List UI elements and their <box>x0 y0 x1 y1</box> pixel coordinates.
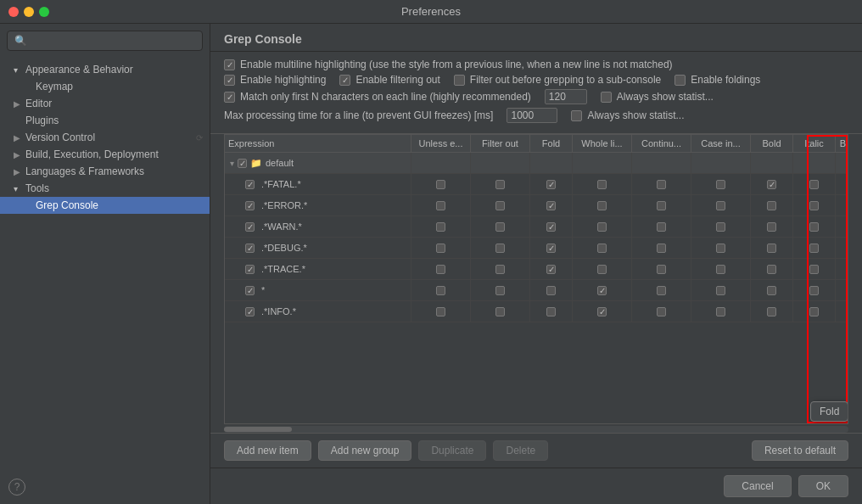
cell-italic[interactable] <box>793 280 836 300</box>
table-row[interactable]: .*FATAL.* <box>225 174 848 195</box>
sidebar-item-grep-console[interactable]: Grep Console <box>0 197 210 214</box>
cell-italic[interactable] <box>793 174 836 194</box>
table-row[interactable]: ▾ 📁 default <box>225 153 848 174</box>
filter-before-grepping-checkbox[interactable] <box>454 75 465 86</box>
cell-whole-li[interactable] <box>573 259 632 279</box>
enable-highlighting-checkbox[interactable] <box>224 75 235 86</box>
sidebar-item-keymap[interactable]: Keymap <box>0 78 210 95</box>
cell-filter-out[interactable] <box>471 216 530 237</box>
cell-backgro[interactable] <box>836 301 848 322</box>
table-row[interactable]: .*DEBUG.* <box>225 238 848 259</box>
table-row[interactable]: * <box>225 280 848 301</box>
cell-unless-e[interactable] <box>411 195 471 216</box>
sidebar-item-appearance-behavior[interactable]: ▾ Appearance & Behavior <box>0 61 210 78</box>
scrollbar-thumb[interactable] <box>224 427 292 432</box>
cell-filter-out[interactable] <box>471 174 530 194</box>
sidebar-item-version-control[interactable]: ▶ Version Control ⟳ <box>0 129 210 146</box>
row-checkbox[interactable] <box>245 180 255 189</box>
cell-bold[interactable] <box>751 259 793 279</box>
cancel-button[interactable]: Cancel <box>724 475 791 497</box>
cell-continu[interactable] <box>632 216 691 237</box>
enable-foldings-checkbox[interactable] <box>674 75 686 86</box>
cell-unless-e[interactable] <box>411 238 471 258</box>
row-checkbox[interactable] <box>245 222 255 232</box>
cell-case-in[interactable] <box>691 280 751 300</box>
cell-unless-e[interactable] <box>411 174 471 194</box>
cell-continu[interactable] <box>632 238 691 258</box>
cell-case-in[interactable] <box>691 259 751 279</box>
search-box[interactable]: 🔍 <box>7 31 203 51</box>
cell-continu[interactable] <box>632 259 691 279</box>
enable-filtering-checkbox[interactable] <box>339 75 350 86</box>
delete-button[interactable]: Delete <box>493 440 548 461</box>
cell-italic[interactable] <box>793 301 836 322</box>
horizontal-scrollbar[interactable] <box>224 426 848 433</box>
cell-backgro[interactable] <box>836 195 848 216</box>
cell-filter-out[interactable] <box>471 259 530 279</box>
close-button[interactable] <box>8 7 19 17</box>
match-first-n-checkbox[interactable] <box>224 92 235 103</box>
cell-unless-e[interactable] <box>411 259 471 279</box>
cell-case-in[interactable] <box>691 195 751 216</box>
row-checkbox[interactable] <box>245 201 255 210</box>
cell-unless-e[interactable] <box>411 301 471 322</box>
sidebar-item-editor[interactable]: ▶ Editor <box>0 95 210 112</box>
cell-bold[interactable] <box>751 195 793 216</box>
cell-italic[interactable] <box>793 216 836 237</box>
sidebar-item-tools[interactable]: ▾ Tools <box>0 180 210 197</box>
cell-bold[interactable] <box>751 301 793 322</box>
cell-case-in[interactable] <box>691 216 751 237</box>
row-checkbox[interactable] <box>245 286 255 295</box>
table-row[interactable]: .*ERROR.* <box>225 195 848 216</box>
cell-fold[interactable]: Fold <box>530 259 573 279</box>
table-row[interactable]: .*WARN.* <box>225 216 848 238</box>
cell-case-in[interactable] <box>691 301 751 322</box>
cell-italic[interactable] <box>793 195 836 216</box>
cell-unless-e[interactable] <box>411 216 471 237</box>
table-row[interactable]: .*TRACE.* Fold <box>225 259 848 280</box>
ok-button[interactable]: OK <box>798 475 848 497</box>
help-button[interactable]: ? <box>8 479 25 496</box>
sidebar-item-build-execution[interactable]: ▶ Build, Execution, Deployment <box>0 146 210 163</box>
cell-bold[interactable] <box>751 174 793 194</box>
cell-backgro[interactable] <box>836 259 848 279</box>
cell-fold[interactable] <box>530 280 573 300</box>
cell-italic[interactable] <box>793 259 836 279</box>
cell-filter-out[interactable] <box>471 301 530 322</box>
cell-whole-li[interactable] <box>573 195 632 216</box>
cell-whole-li[interactable] <box>573 301 632 322</box>
cell-fold[interactable] <box>530 174 573 194</box>
cell-backgro[interactable] <box>836 216 848 237</box>
cell-case-in[interactable] <box>691 238 751 258</box>
sidebar-item-plugins[interactable]: Plugins <box>0 112 210 129</box>
cell-filter-out[interactable] <box>471 195 530 216</box>
cell-bold[interactable] <box>751 280 793 300</box>
cell-fold[interactable] <box>530 216 573 237</box>
add-new-item-button[interactable]: Add new item <box>224 440 311 461</box>
cell-backgro[interactable] <box>836 238 848 258</box>
duplicate-button[interactable]: Duplicate <box>418 440 486 461</box>
multiline-highlighting-checkbox[interactable] <box>224 59 235 70</box>
cell-continu[interactable] <box>632 174 691 194</box>
cell-filter-out[interactable] <box>471 238 530 258</box>
cell-unless-e[interactable] <box>411 280 471 300</box>
add-new-group-button[interactable]: Add new group <box>318 440 412 461</box>
row-checkbox[interactable] <box>245 244 255 253</box>
maximize-button[interactable] <box>39 7 49 17</box>
max-processing-input[interactable] <box>507 108 557 123</box>
cell-backgro[interactable] <box>836 280 848 300</box>
row-checkbox[interactable] <box>245 265 255 274</box>
cell-filter-out[interactable] <box>471 280 530 300</box>
cell-fold[interactable] <box>530 195 573 216</box>
cell-whole-li[interactable] <box>573 238 632 258</box>
minimize-button[interactable] <box>24 7 34 17</box>
cell-continu[interactable] <box>632 301 691 322</box>
cell-fold[interactable] <box>530 301 573 322</box>
cell-italic[interactable] <box>793 238 836 258</box>
cell-whole-li[interactable] <box>573 216 632 237</box>
table-row[interactable]: .*INFO.* <box>225 301 848 322</box>
cell-bold[interactable] <box>751 238 793 258</box>
cell-bold[interactable] <box>751 216 793 237</box>
cell-continu[interactable] <box>632 195 691 216</box>
cell-continu[interactable] <box>632 280 691 300</box>
